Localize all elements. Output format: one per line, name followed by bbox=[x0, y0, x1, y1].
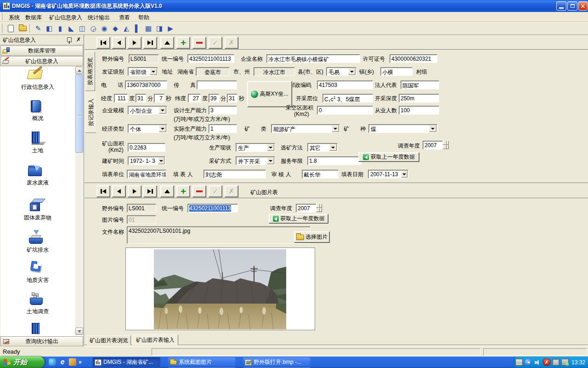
nav2-post-button[interactable]: ✓ bbox=[209, 185, 222, 197]
ore-dressing-combo[interactable]: 其它 bbox=[307, 143, 338, 152]
quicklaunch-icon-1[interactable] bbox=[49, 358, 56, 366]
mining-method-dropdown-icon[interactable] bbox=[267, 157, 274, 164]
tel-input[interactable]: 13607387000 bbox=[125, 80, 167, 89]
hazard-icon[interactable]: ◉ bbox=[99, 23, 109, 33]
sidebar-group-mine-entry[interactable]: 矿山信息录入 bbox=[0, 56, 83, 66]
pic-year-spinner[interactable] bbox=[316, 204, 322, 212]
column-icon[interactable]: ▌ bbox=[132, 23, 142, 33]
mining-method-combo[interactable]: 井下开采 bbox=[236, 156, 275, 165]
nav1-top-button[interactable] bbox=[160, 37, 174, 49]
production-status-combo[interactable]: 生产 bbox=[236, 143, 275, 152]
admin-info-icon[interactable] bbox=[28, 70, 42, 79]
new-icon[interactable] bbox=[6, 23, 16, 33]
fill-date-dropdown-icon[interactable] bbox=[401, 171, 407, 178]
mineral-kind-combo[interactable]: 煤 bbox=[368, 124, 437, 133]
county-dropdown-icon[interactable] bbox=[348, 68, 356, 75]
built-time-combo[interactable]: 1972- 1- 3 bbox=[128, 156, 165, 165]
lng-min-input[interactable]: 31 bbox=[136, 94, 146, 103]
sidebar-group-database[interactable]: 数据库管理 bbox=[0, 46, 83, 56]
vtab-table-browse[interactable]: 按表格浏览 bbox=[85, 52, 95, 91]
menu-mine-entry[interactable]: 矿山信息录入 bbox=[47, 13, 85, 22]
enterprise-scale-combo[interactable]: 小型企业 bbox=[128, 106, 167, 115]
auditor-input[interactable]: 戴长华 bbox=[302, 170, 339, 178]
lat-min-input[interactable]: 39 bbox=[209, 94, 219, 103]
lng-deg-input[interactable]: 111 bbox=[114, 94, 128, 103]
keyboard-tray-icon[interactable] bbox=[515, 359, 523, 366]
lat-deg-input[interactable]: 27 bbox=[188, 94, 201, 103]
language-tray-icon[interactable] bbox=[525, 359, 532, 366]
scroll-thumb[interactable] bbox=[75, 75, 83, 153]
minimize-button[interactable] bbox=[556, 1, 566, 11]
design-capacity-input[interactable]: 3 bbox=[209, 106, 237, 115]
export-icon[interactable]: ▶ bbox=[165, 23, 175, 33]
choose-picture-button[interactable]: 选择图片 bbox=[294, 231, 330, 243]
sidebar-item-land[interactable]: 土地 bbox=[19, 147, 57, 154]
prefecture-input[interactable]: 冷水江市 bbox=[254, 67, 295, 76]
survey-icon[interactable]: ◆ bbox=[110, 23, 120, 33]
pic-year-input[interactable]: 2007 bbox=[296, 204, 316, 213]
pic-field-no-input[interactable]: LS001 bbox=[127, 204, 156, 213]
survey-year-spinner[interactable] bbox=[443, 141, 449, 149]
uid-input[interactable]: 43250211001113 bbox=[187, 54, 234, 63]
taskbar-task-dmgis[interactable]: DMGIS - 湖南省矿... bbox=[93, 357, 160, 367]
taskbar-task-bmp[interactable]: 野外版打开.bmp -... bbox=[243, 357, 311, 367]
start-button[interactable]: 开始 bbox=[0, 356, 45, 368]
fill-unit-input[interactable]: 湖南省地质环境 bbox=[127, 170, 166, 178]
economy-type-combo[interactable]: 个体 bbox=[128, 124, 167, 133]
pic-fetch-previous-year-button[interactable]: 获取上一年度数据 bbox=[269, 214, 328, 224]
sidebar-item-wastewater[interactable]: 废水废液 bbox=[19, 179, 57, 186]
nav2-top-button[interactable] bbox=[160, 185, 174, 197]
county-combo[interactable]: 毛易 bbox=[326, 67, 356, 76]
mining-layer-input[interactable]: C1c1 3、5煤层 bbox=[322, 94, 373, 103]
quicklaunch-chevron-icon[interactable]: » bbox=[79, 359, 84, 365]
production-dropdown-icon[interactable] bbox=[267, 144, 274, 151]
close-button[interactable]: ✕ bbox=[578, 1, 588, 11]
mineral-class-combo[interactable]: 能源矿产 bbox=[271, 124, 340, 133]
enterprise-name-input[interactable]: 冷水江市毛易镇小横煤矿 bbox=[266, 54, 360, 63]
nav1-insert-button[interactable]: + bbox=[176, 37, 190, 49]
nav2-delete-button[interactable] bbox=[192, 185, 206, 197]
volume-tray-icon[interactable] bbox=[534, 359, 541, 366]
tab-picture-browse[interactable]: 矿山图片表浏览 bbox=[87, 335, 131, 345]
pit-drainage-icon[interactable] bbox=[28, 230, 45, 246]
nav2-cancel-button[interactable]: ✗ bbox=[225, 185, 238, 197]
solid-waste-icon[interactable] bbox=[29, 199, 45, 213]
nav1-post-button[interactable]: ✓ bbox=[209, 37, 222, 49]
ore-dressing-dropdown-icon[interactable] bbox=[329, 144, 337, 151]
nav1-cancel-button[interactable]: ✗ bbox=[225, 37, 238, 49]
nav1-prev-button[interactable] bbox=[112, 37, 126, 49]
sidebar-item-geo-hazard[interactable]: 地质灾害 bbox=[19, 277, 57, 284]
lat-sec-input[interactable]: 31 bbox=[227, 94, 237, 103]
wastewater-folder-icon[interactable] bbox=[28, 164, 45, 178]
land-building-icon[interactable] bbox=[29, 132, 45, 147]
pic-year-spin-up-icon[interactable] bbox=[316, 204, 322, 208]
box-icon[interactable]: ◨ bbox=[154, 23, 164, 33]
scroll-up-button[interactable] bbox=[75, 67, 83, 74]
economy-dropdown-icon[interactable] bbox=[159, 125, 166, 132]
service-life-input[interactable]: 1.8 bbox=[307, 156, 362, 165]
workers-input[interactable]: 100 bbox=[399, 106, 439, 115]
actual-capacity-input[interactable]: 1 bbox=[209, 124, 237, 133]
survey-year-input[interactable]: 2007 bbox=[423, 141, 443, 150]
menu-view[interactable]: 查看 bbox=[117, 13, 132, 22]
restore-button[interactable] bbox=[567, 1, 577, 11]
quicklaunch-ie-icon[interactable]: e bbox=[59, 358, 66, 366]
pump-icon[interactable]: ◭ bbox=[121, 23, 131, 33]
overview-book-icon[interactable] bbox=[31, 100, 41, 112]
mining-depth-input[interactable]: 250m bbox=[399, 94, 439, 103]
quicklaunch-icon-3[interactable] bbox=[69, 358, 76, 366]
overview-icon[interactable]: ◧ bbox=[44, 23, 54, 33]
filler-input[interactable]: 刘志尧 bbox=[204, 170, 266, 178]
built-time-dropdown-icon[interactable] bbox=[158, 157, 164, 164]
fetch-previous-year-button[interactable]: 获取上一年度数据 bbox=[358, 152, 419, 162]
network-tray-icon[interactable] bbox=[552, 359, 560, 366]
partial-building-icon[interactable] bbox=[32, 323, 40, 334]
sidebar-item-admin-info[interactable]: 行政信息录入 bbox=[19, 84, 57, 91]
menu-help[interactable]: 帮助 bbox=[136, 13, 152, 22]
nav2-insert-button[interactable]: + bbox=[176, 185, 190, 197]
wastewater-icon[interactable]: ◣ bbox=[66, 23, 76, 33]
security-shield-tray-icon[interactable]: ✗ bbox=[543, 359, 550, 366]
sidebar-item-pit-drainage[interactable]: 矿坑排水 bbox=[19, 247, 57, 253]
nav1-delete-button[interactable] bbox=[192, 37, 206, 49]
drainage-icon[interactable]: ◶ bbox=[88, 23, 98, 33]
